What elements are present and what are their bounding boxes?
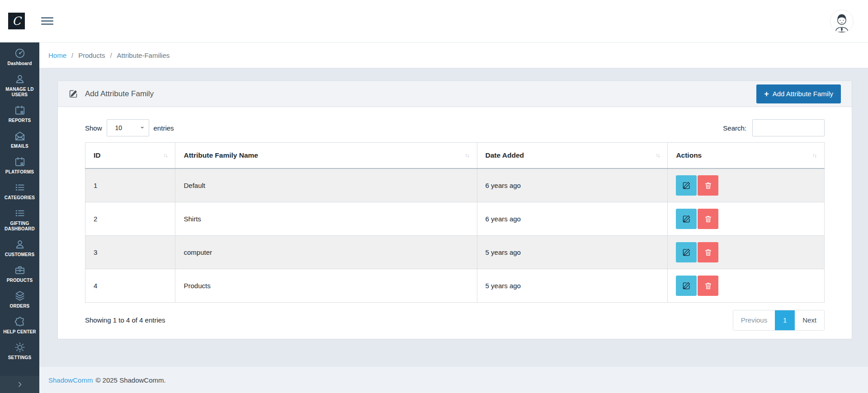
hamburger-menu-icon[interactable] xyxy=(41,15,53,27)
breadcrumb-products[interactable]: Products xyxy=(78,51,105,59)
sidebar-item-label: PLATFORMS xyxy=(5,169,34,175)
pagination-next-button[interactable]: Next xyxy=(795,310,824,330)
add-attribute-family-button[interactable]: + Add Attribute Family xyxy=(756,84,841,103)
column-header-actions[interactable]: Actions↑↓ xyxy=(668,143,825,169)
table-header-row: ID↑↓ Attribute Family Name↑↓ Date Added↑… xyxy=(85,143,825,169)
content-area: Add Attribute Family + Add Attribute Fam… xyxy=(39,68,868,367)
cell-id: 1 xyxy=(85,168,175,202)
list-icon xyxy=(14,207,26,219)
speedometer-icon xyxy=(14,47,26,59)
pencil-square-icon xyxy=(682,281,691,290)
sidebar-item-emails[interactable]: EMAILS xyxy=(0,127,39,153)
cell-date-added: 5 years ago xyxy=(477,269,668,302)
sidebar-item-label: REPORTS xyxy=(9,118,31,123)
sidebar-item-label: CATEGORIES xyxy=(5,195,35,201)
table-row: 3 computer 5 years ago xyxy=(85,235,825,269)
user-avatar[interactable] xyxy=(830,9,854,33)
edit-button[interactable] xyxy=(676,276,697,296)
sidebar: Dashboard MANAGE LD USERS REPORTS EMAILS xyxy=(0,42,39,393)
delete-button[interactable] xyxy=(698,175,718,196)
edit-button[interactable] xyxy=(676,175,697,196)
envelope-open-icon xyxy=(14,130,26,142)
sidebar-item-platforms[interactable]: PLATFORMS xyxy=(0,153,39,178)
sidebar-item-categories[interactable]: CATEGORIES xyxy=(0,178,39,204)
pagination-page-1-button[interactable]: 1 xyxy=(775,310,795,330)
table-row: 1 Default 6 years ago xyxy=(85,168,825,202)
plus-icon: + xyxy=(764,90,769,98)
list-icon xyxy=(14,182,26,193)
footer-copyright-text: © 2025 ShadowComm. xyxy=(95,376,165,384)
chevron-right-icon xyxy=(15,380,24,389)
cell-name: computer xyxy=(175,235,477,269)
sidebar-item-reports[interactable]: REPORTS xyxy=(0,101,39,127)
pagination-previous-button[interactable]: Previous xyxy=(733,310,775,330)
column-header-date-added[interactable]: Date Added↑↓ xyxy=(477,143,668,169)
footer-brand-link[interactable]: ShadowComm xyxy=(48,376,93,384)
add-button-label: Add Attribute Family xyxy=(773,90,833,98)
sort-icon: ↑↓ xyxy=(809,152,816,159)
column-header-name[interactable]: Attribute Family Name↑↓ xyxy=(175,143,477,169)
avatar-person-icon xyxy=(831,11,853,33)
cell-actions xyxy=(668,202,825,235)
brand-logo[interactable]: C xyxy=(8,13,25,29)
entries-select-wrap: 10 ⌄ xyxy=(107,119,149,136)
sidebar-item-label: HELP CENTER xyxy=(3,329,36,335)
edit-button[interactable] xyxy=(676,242,697,262)
breadcrumb-current: Attribute-Families xyxy=(117,51,170,59)
sidebar-item-label: ORDERS xyxy=(10,304,30,309)
sidebar-item-orders[interactable]: ORDERS xyxy=(0,287,39,313)
pencil-square-icon xyxy=(682,248,691,257)
users-icon xyxy=(14,239,26,250)
page-footer: ShadowComm © 2025 ShadowComm. xyxy=(39,367,868,393)
delete-button[interactable] xyxy=(698,209,718,229)
cell-date-added: 6 years ago xyxy=(477,202,668,235)
cell-actions xyxy=(668,168,825,202)
cell-actions xyxy=(668,269,825,302)
entries-select[interactable]: 10 xyxy=(107,119,149,136)
column-header-id[interactable]: ID↑↓ xyxy=(85,143,175,169)
sidebar-item-settings[interactable]: SETTINGS xyxy=(0,338,39,364)
trash-icon xyxy=(704,281,712,290)
cell-id: 3 xyxy=(85,235,175,269)
sidebar-item-dashboard[interactable]: Dashboard xyxy=(0,44,39,70)
delete-button[interactable] xyxy=(698,276,718,296)
sidebar-item-customers[interactable]: CUSTOMERS xyxy=(0,235,39,261)
sidebar-collapse-toggle[interactable] xyxy=(0,376,39,393)
card-title: Add Attribute Family xyxy=(69,89,154,98)
pencil-square-icon xyxy=(682,215,691,223)
sidebar-item-help-center[interactable]: HELP CENTER xyxy=(0,313,39,338)
sidebar-item-gifting-dashboard[interactable]: GIFTING DASHBOARD xyxy=(0,204,39,235)
layers-icon xyxy=(14,290,26,302)
cell-name: Products xyxy=(175,269,477,302)
cell-date-added: 5 years ago xyxy=(477,235,668,269)
column-label: Date Added xyxy=(486,151,524,159)
search-label: Search: xyxy=(723,124,746,132)
delete-button[interactable] xyxy=(698,242,718,262)
brand-logo-letter: C xyxy=(12,14,21,28)
sidebar-item-products[interactable]: PRODUCTS xyxy=(0,261,39,287)
pencil-square-icon xyxy=(69,89,78,98)
breadcrumb-separator: / xyxy=(110,51,112,59)
attribute-family-card: Add Attribute Family + Add Attribute Fam… xyxy=(57,80,852,339)
search-input[interactable] xyxy=(752,119,825,136)
table-footer: Showing 1 to 4 of 4 entries Previous 1 N… xyxy=(85,310,825,331)
sort-icon: ↑↓ xyxy=(461,152,469,159)
trash-icon xyxy=(704,248,712,257)
cell-date-added: 6 years ago xyxy=(477,168,668,202)
show-label: Show xyxy=(85,124,102,132)
sidebar-item-label: GIFTING DASHBOARD xyxy=(1,221,38,232)
sidebar-item-label: CUSTOMERS xyxy=(5,252,35,257)
cell-id: 2 xyxy=(85,202,175,235)
sidebar-nav: Dashboard MANAGE LD USERS REPORTS EMAILS xyxy=(0,42,39,376)
cell-name: Shirts xyxy=(175,202,477,235)
breadcrumb-home[interactable]: Home xyxy=(48,51,66,59)
entries-label: entries xyxy=(154,124,174,132)
edit-button[interactable] xyxy=(676,209,697,229)
sidebar-item-manage-ld-users[interactable]: MANAGE LD USERS xyxy=(0,70,39,101)
table-row: 4 Products 5 years ago xyxy=(85,269,825,302)
breadcrumb: Home / Products / Attribute-Families xyxy=(39,42,868,68)
cell-name: Default xyxy=(175,168,477,202)
table-row: 2 Shirts 6 years ago xyxy=(85,202,825,235)
card-body: Show 10 ⌄ entries Search: xyxy=(58,107,852,339)
breadcrumb-separator: / xyxy=(71,51,73,59)
